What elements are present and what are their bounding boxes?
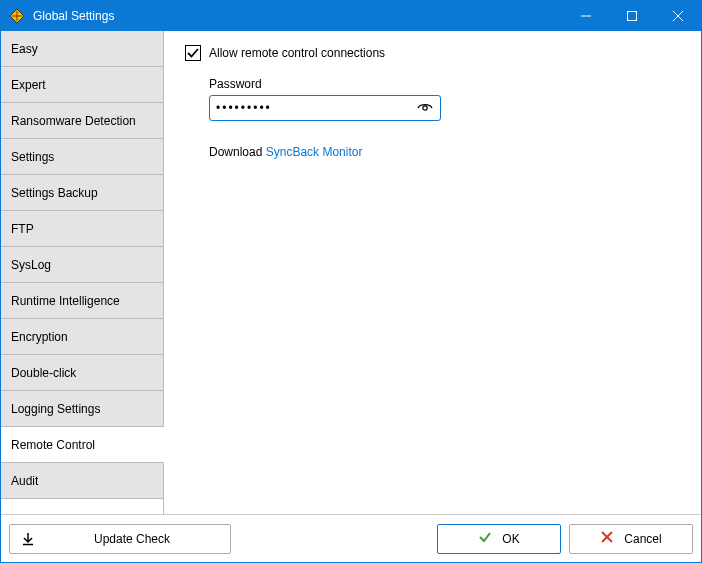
ok-button[interactable]: OK bbox=[437, 524, 561, 554]
update-check-button[interactable]: Update Check bbox=[9, 524, 231, 554]
sidebar-item-audit[interactable]: Audit bbox=[1, 463, 164, 499]
sidebar: Easy Expert Ransomware Detection Setting… bbox=[1, 31, 165, 514]
sidebar-item-label: Settings Backup bbox=[11, 186, 98, 200]
sidebar-item-label: Double-click bbox=[11, 366, 76, 380]
download-icon bbox=[20, 532, 36, 546]
syncback-monitor-link[interactable]: SyncBack Monitor bbox=[266, 145, 363, 159]
sidebar-item-label: Encryption bbox=[11, 330, 68, 344]
reveal-password-icon[interactable] bbox=[416, 99, 434, 117]
sidebar-item-runtime-intelligence[interactable]: Runtime Intelligence bbox=[1, 283, 164, 319]
sidebar-item-label: Runtime Intelligence bbox=[11, 294, 120, 308]
sidebar-item-easy[interactable]: Easy bbox=[1, 31, 164, 67]
close-icon bbox=[600, 530, 614, 547]
svg-rect-4 bbox=[628, 12, 637, 21]
svg-point-7 bbox=[423, 106, 427, 110]
sidebar-item-label: Audit bbox=[11, 474, 38, 488]
sidebar-item-label: Settings bbox=[11, 150, 54, 164]
download-prefix: Download bbox=[209, 145, 266, 159]
sidebar-item-label: Logging Settings bbox=[11, 402, 100, 416]
download-line: Download SyncBack Monitor bbox=[209, 145, 681, 159]
window-title: Global Settings bbox=[33, 9, 563, 23]
update-check-label: Update Check bbox=[46, 532, 218, 546]
sidebar-item-syslog[interactable]: SysLog bbox=[1, 247, 164, 283]
sidebar-item-ransomware-detection[interactable]: Ransomware Detection bbox=[1, 103, 164, 139]
password-label: Password bbox=[209, 77, 681, 91]
sidebar-item-ftp[interactable]: FTP bbox=[1, 211, 164, 247]
close-button[interactable] bbox=[655, 1, 701, 31]
cancel-button[interactable]: Cancel bbox=[569, 524, 693, 554]
footer: Update Check OK Cancel bbox=[1, 514, 701, 562]
titlebar: Global Settings bbox=[1, 1, 701, 31]
content-panel: Allow remote control connections Passwor… bbox=[165, 31, 701, 514]
maximize-button[interactable] bbox=[609, 1, 655, 31]
allow-remote-checkbox[interactable] bbox=[185, 45, 201, 61]
cancel-label: Cancel bbox=[624, 532, 661, 546]
sidebar-item-label: FTP bbox=[11, 222, 34, 236]
main-area: Easy Expert Ransomware Detection Setting… bbox=[1, 31, 701, 514]
password-input[interactable] bbox=[216, 101, 416, 115]
sidebar-item-settings-backup[interactable]: Settings Backup bbox=[1, 175, 164, 211]
sidebar-spacer bbox=[1, 499, 164, 514]
sidebar-item-remote-control[interactable]: Remote Control bbox=[1, 427, 164, 463]
sidebar-item-label: Ransomware Detection bbox=[11, 114, 136, 128]
sidebar-item-double-click[interactable]: Double-click bbox=[1, 355, 164, 391]
allow-remote-row: Allow remote control connections bbox=[185, 45, 681, 61]
allow-remote-label: Allow remote control connections bbox=[209, 46, 385, 60]
ok-label: OK bbox=[502, 532, 519, 546]
sidebar-item-label: Expert bbox=[11, 78, 46, 92]
sidebar-item-encryption[interactable]: Encryption bbox=[1, 319, 164, 355]
sidebar-item-logging-settings[interactable]: Logging Settings bbox=[1, 391, 164, 427]
check-icon bbox=[478, 530, 492, 547]
sidebar-item-label: Remote Control bbox=[11, 438, 95, 452]
password-field-wrap bbox=[209, 95, 441, 121]
minimize-button[interactable] bbox=[563, 1, 609, 31]
app-icon bbox=[9, 8, 25, 24]
sidebar-item-settings[interactable]: Settings bbox=[1, 139, 164, 175]
sidebar-item-label: SysLog bbox=[11, 258, 51, 272]
sidebar-item-label: Easy bbox=[11, 42, 38, 56]
sidebar-item-expert[interactable]: Expert bbox=[1, 67, 164, 103]
